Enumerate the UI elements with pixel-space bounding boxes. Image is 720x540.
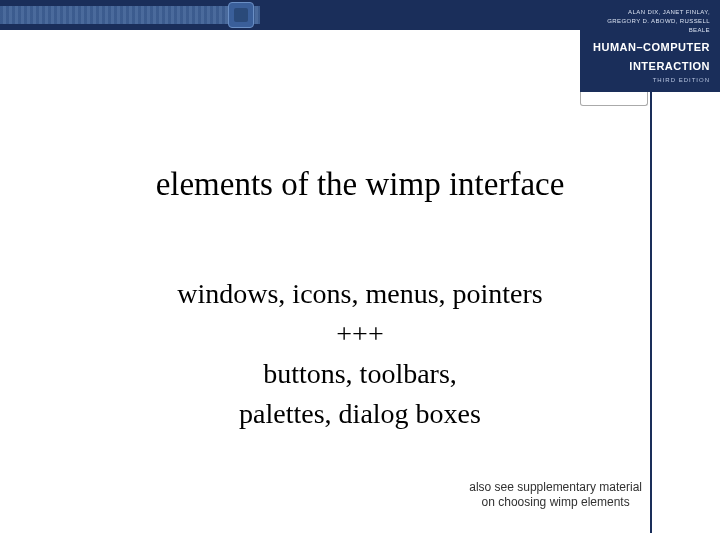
footnote-line-1: also see supplementary material — [469, 480, 642, 495]
header-icon — [228, 2, 254, 28]
slide: ALAN DIX, JANET FINLAY, GREGORY D. ABOWD… — [0, 0, 720, 540]
binary-decoration — [0, 6, 260, 24]
book-authors-line1: ALAN DIX, JANET FINLAY, — [590, 8, 710, 17]
body-line-1: windows, icons, menus, pointers — [0, 274, 720, 314]
header-bar — [0, 0, 650, 30]
book-tab — [580, 92, 648, 106]
book-title-line1: HUMAN–COMPUTER — [590, 41, 710, 54]
slide-body: windows, icons, menus, pointers +++ butt… — [0, 274, 720, 434]
body-line-4: palettes, dialog boxes — [0, 394, 720, 434]
footnote: also see supplementary material on choos… — [469, 480, 642, 510]
book-title-line2: INTERACTION — [590, 60, 710, 73]
book-cover: ALAN DIX, JANET FINLAY, GREGORY D. ABOWD… — [580, 0, 720, 92]
footnote-line-2: on choosing wimp elements — [469, 495, 642, 510]
slide-title: elements of the wimp interface — [0, 166, 720, 203]
book-authors-line2: GREGORY D. ABOWD, RUSSELL BEALE — [590, 17, 710, 35]
body-line-2: +++ — [0, 314, 720, 354]
body-line-3: buttons, toolbars, — [0, 354, 720, 394]
book-edition: THIRD EDITION — [590, 77, 710, 83]
